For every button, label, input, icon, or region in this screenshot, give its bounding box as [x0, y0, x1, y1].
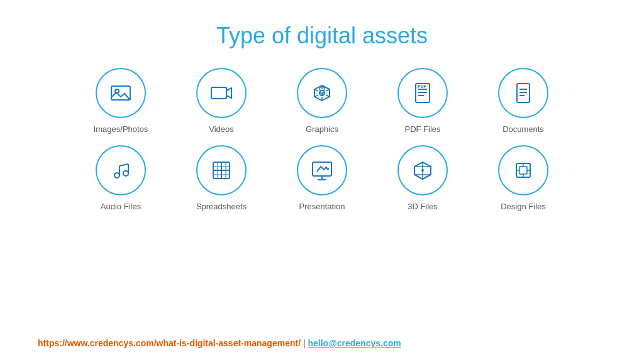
- documents-icon-circle: [498, 68, 548, 118]
- footer-email[interactable]: hello@credencys.com: [308, 338, 401, 348]
- images-icon-circle: [96, 68, 146, 118]
- footer-url[interactable]: https://www.credencys.com/what-is-digita…: [38, 338, 301, 348]
- images-label: Images/Photos: [94, 124, 148, 134]
- asset-audio: Audio Files: [89, 145, 152, 211]
- presentation-icon-circle: [297, 145, 347, 195]
- videos-icon-circle: [196, 68, 247, 118]
- videos-label: Videos: [209, 124, 234, 134]
- svg-rect-0: [111, 86, 130, 100]
- 3d-icon: [410, 158, 435, 183]
- asset-3d: 3D Files: [391, 145, 454, 211]
- pdf-icon: PDF: [410, 80, 435, 106]
- pdf-icon-circle: PDF: [397, 68, 448, 118]
- svg-rect-2: [211, 87, 226, 99]
- svg-point-33: [421, 169, 424, 172]
- footer-separator: |: [301, 338, 308, 348]
- svg-line-18: [119, 164, 128, 166]
- videos-icon: [209, 80, 234, 106]
- asset-pdf: PDF PDF Files: [391, 68, 454, 134]
- svg-text:PDF: PDF: [418, 84, 427, 89]
- page-title: Type of digital assets: [216, 23, 428, 49]
- audio-label: Audio Files: [101, 202, 141, 211]
- documents-icon: [511, 80, 536, 106]
- graphics-icon: [309, 80, 335, 106]
- assets-grid: Images/Photos Videos: [0, 68, 644, 211]
- images-icon: [108, 80, 133, 106]
- asset-documents: Documents: [492, 68, 555, 134]
- svg-rect-35: [519, 167, 527, 174]
- asset-images: Images/Photos: [89, 68, 152, 134]
- graphics-label: Graphics: [306, 124, 338, 134]
- 3d-label: 3D Files: [408, 202, 438, 211]
- design-icon-circle: [498, 145, 548, 195]
- asset-presentation: Presentation: [291, 145, 353, 211]
- svg-point-14: [114, 173, 119, 178]
- svg-point-15: [123, 171, 128, 176]
- design-label: Design Files: [501, 202, 546, 211]
- 3d-icon-circle: [397, 145, 448, 195]
- asset-videos: Videos: [190, 68, 253, 134]
- asset-spreadsheets: Spreadsheets: [190, 145, 253, 211]
- spreadsheets-icon: [209, 158, 234, 183]
- footer: https://www.credencys.com/what-is-digita…: [38, 338, 401, 348]
- spreadsheets-icon-circle: [196, 145, 247, 195]
- presentation-label: Presentation: [299, 202, 345, 211]
- design-icon: [511, 158, 536, 183]
- pdf-label: PDF Files: [404, 124, 440, 134]
- asset-design: Design Files: [492, 145, 555, 211]
- spreadsheets-label: Spreadsheets: [196, 202, 247, 211]
- row-2: Audio Files Spreadsheets: [89, 145, 555, 211]
- audio-icon: [108, 158, 133, 183]
- audio-icon-circle: [96, 145, 146, 195]
- asset-graphics: Graphics: [291, 68, 353, 134]
- presentation-icon: [309, 158, 335, 183]
- documents-label: Documents: [502, 124, 544, 134]
- row-1: Images/Photos Videos: [89, 68, 555, 134]
- graphics-icon-circle: [297, 68, 347, 118]
